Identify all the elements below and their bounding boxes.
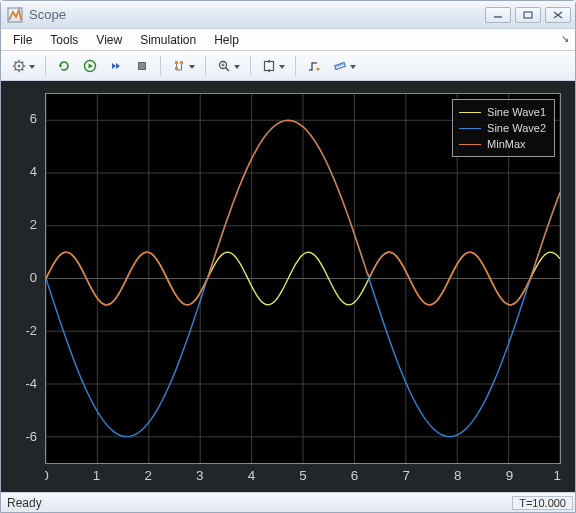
legend[interactable]: Sine Wave1 Sine Wave2 MinMax xyxy=(452,99,555,157)
svg-text:7: 7 xyxy=(402,468,409,483)
svg-text:2: 2 xyxy=(144,468,151,483)
svg-text:5: 5 xyxy=(299,468,306,483)
svg-text:9: 9 xyxy=(506,468,513,483)
svg-rect-20 xyxy=(139,62,146,69)
svg-text:4: 4 xyxy=(30,165,37,180)
legend-label: Sine Wave1 xyxy=(487,106,546,118)
svg-text:10: 10 xyxy=(554,468,561,483)
step-forward-icon[interactable] xyxy=(104,55,128,77)
svg-line-41 xyxy=(340,63,341,65)
svg-marker-35 xyxy=(268,70,271,73)
svg-text:8: 8 xyxy=(454,468,461,483)
legend-label: MinMax xyxy=(487,138,526,150)
triggers-icon[interactable] xyxy=(302,55,326,77)
legend-entry-sine-wave2[interactable]: Sine Wave2 xyxy=(459,120,546,136)
chart-area: -6-4-20246 012345678910 Sine Wave1 Sine … xyxy=(1,81,575,492)
svg-line-39 xyxy=(336,65,337,67)
svg-point-6 xyxy=(18,64,21,67)
maximize-button[interactable] xyxy=(515,7,541,23)
svg-text:2: 2 xyxy=(30,218,37,233)
minimize-button[interactable] xyxy=(485,7,511,23)
svg-text:-2: -2 xyxy=(25,324,37,339)
svg-text:3: 3 xyxy=(196,468,203,483)
titlebar: Scope xyxy=(1,1,575,29)
svg-text:-4: -4 xyxy=(25,377,37,392)
svg-point-37 xyxy=(317,67,320,70)
restart-icon[interactable] xyxy=(52,55,76,77)
x-axis-labels: 012345678910 xyxy=(45,466,561,486)
y-axis-labels: -6-4-20246 xyxy=(1,93,43,464)
svg-text:-6: -6 xyxy=(25,430,37,445)
legend-label: Sine Wave2 xyxy=(487,122,546,134)
svg-text:6: 6 xyxy=(351,468,358,483)
svg-rect-21 xyxy=(175,61,178,64)
menu-tools[interactable]: Tools xyxy=(42,31,86,49)
svg-marker-19 xyxy=(116,63,120,69)
svg-rect-2 xyxy=(524,12,532,18)
legend-entry-minmax[interactable]: MinMax xyxy=(459,136,546,152)
status-text: Ready xyxy=(3,496,42,510)
menu-view[interactable]: View xyxy=(88,31,130,49)
svg-rect-22 xyxy=(180,61,183,64)
svg-line-42 xyxy=(342,63,343,65)
app-icon xyxy=(7,7,23,23)
svg-line-13 xyxy=(15,69,16,70)
svg-line-14 xyxy=(22,61,23,62)
close-button[interactable] xyxy=(545,7,571,23)
svg-marker-15 xyxy=(59,65,62,68)
svg-line-11 xyxy=(15,61,16,62)
window-title: Scope xyxy=(29,7,66,22)
scope-window: Scope File Tools View Simulation Help ↘ xyxy=(0,0,576,513)
svg-marker-17 xyxy=(89,63,94,68)
svg-line-40 xyxy=(338,64,339,66)
autoscale-icon[interactable] xyxy=(257,55,289,77)
zoom-icon[interactable] xyxy=(212,55,244,77)
highlight-icon[interactable] xyxy=(167,55,199,77)
svg-text:1: 1 xyxy=(93,468,100,483)
svg-text:4: 4 xyxy=(248,468,255,483)
stop-icon[interactable] xyxy=(130,55,154,77)
menubar: File Tools View Simulation Help ↘ xyxy=(1,29,575,51)
svg-text:6: 6 xyxy=(30,112,37,127)
settings-gear-icon[interactable] xyxy=(7,55,39,77)
window-buttons xyxy=(485,7,571,23)
statusbar: Ready T=10.000 xyxy=(1,492,575,512)
legend-entry-sine-wave1[interactable]: Sine Wave1 xyxy=(459,104,546,120)
svg-marker-18 xyxy=(112,63,116,69)
toolbar-separator xyxy=(295,56,296,76)
svg-line-12 xyxy=(22,69,23,70)
run-icon[interactable] xyxy=(78,55,102,77)
svg-text:0: 0 xyxy=(45,468,49,483)
measurements-icon[interactable] xyxy=(328,55,360,77)
menu-file[interactable]: File xyxy=(5,31,40,49)
toolbar-separator xyxy=(160,56,161,76)
menu-simulation[interactable]: Simulation xyxy=(132,31,204,49)
svg-rect-38 xyxy=(335,62,346,69)
dock-toggle-icon[interactable]: ↘ xyxy=(561,33,569,44)
toolbar-separator xyxy=(45,56,46,76)
status-time: T=10.000 xyxy=(512,496,573,510)
svg-marker-34 xyxy=(268,59,271,62)
svg-marker-36 xyxy=(315,61,317,64)
svg-text:0: 0 xyxy=(30,271,37,286)
menu-help[interactable]: Help xyxy=(206,31,247,49)
toolbar-separator xyxy=(250,56,251,76)
toolbar-separator xyxy=(205,56,206,76)
toolbar xyxy=(1,51,575,81)
svg-line-28 xyxy=(226,67,230,71)
